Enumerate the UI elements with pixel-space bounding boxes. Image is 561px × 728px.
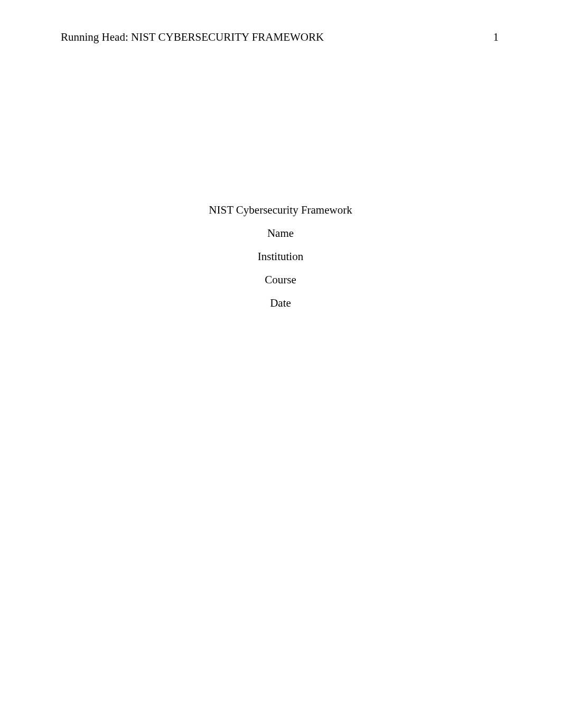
page-number: 1 xyxy=(493,31,501,44)
page-header: Running Head: NIST CYBERSECURITY FRAMEWO… xyxy=(61,31,500,44)
author-name-field: Name xyxy=(61,228,500,239)
document-title: NIST Cybersecurity Framework xyxy=(61,205,500,216)
date-field: Date xyxy=(61,298,500,309)
document-page: Running Head: NIST CYBERSECURITY FRAMEWO… xyxy=(0,0,561,728)
institution-field: Institution xyxy=(61,251,500,262)
title-block: NIST Cybersecurity Framework Name Instit… xyxy=(61,205,500,309)
course-field: Course xyxy=(61,274,500,285)
running-head: Running Head: NIST CYBERSECURITY FRAMEWO… xyxy=(61,31,324,44)
